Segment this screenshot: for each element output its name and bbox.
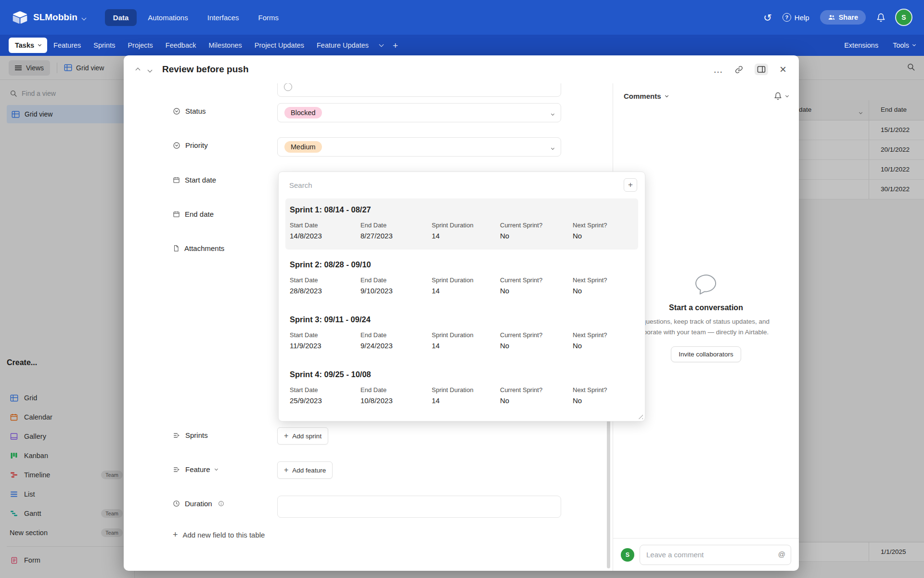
speech-bubble-icon <box>693 272 719 298</box>
field-label-sprints[interactable]: Sprints <box>173 431 208 439</box>
close-icon[interactable]: × <box>780 64 786 75</box>
sprint-option-4[interactable]: Sprint 4: 09/25 - 10/08 Start Date25/9/2… <box>285 363 638 414</box>
base-chevron-down-icon[interactable] <box>82 13 86 22</box>
attachment-file-icon <box>173 245 180 252</box>
priority-select[interactable]: Medium <box>277 137 561 157</box>
create-sprint-plus-button[interactable]: + <box>624 178 637 192</box>
more-tables-chevron-icon[interactable] <box>375 44 388 46</box>
add-feature-button[interactable]: + Add feature <box>277 461 333 479</box>
history-icon[interactable]: ↺ <box>763 13 772 23</box>
sprint-col-value: No <box>500 342 542 350</box>
field-label-duration[interactable]: Duration <box>173 499 224 508</box>
sprint-col-label: End Date <box>360 222 393 229</box>
nav-automations[interactable]: Automations <box>140 9 196 26</box>
invite-collaborators-button[interactable]: Invite collaborators <box>671 346 741 362</box>
field-label-priority[interactable]: Priority <box>173 141 208 149</box>
tools-chevron-icon <box>912 43 916 46</box>
field-label-text: End date <box>185 210 214 218</box>
tab-feature-updates[interactable]: Feature Updates <box>310 38 375 53</box>
user-avatar[interactable]: S <box>896 10 911 25</box>
sprint-option-1[interactable]: Sprint 1: 08/14 - 08/27 Start Date14/8/2… <box>285 198 638 250</box>
calendar-icon <box>173 210 180 218</box>
plus-icon: + <box>284 466 288 474</box>
info-icon[interactable] <box>218 500 224 507</box>
base-name[interactable]: SLMobbin <box>33 12 77 23</box>
field-label-status[interactable]: Status <box>173 107 206 115</box>
field-label-attachments[interactable]: Attachments <box>173 244 224 252</box>
sprint-col-label: End Date <box>360 386 393 394</box>
sprint-col-value: No <box>500 396 542 405</box>
tab-projects[interactable]: Projects <box>121 38 159 53</box>
nav-data[interactable]: Data <box>105 9 137 26</box>
tab-project-updates[interactable]: Project Updates <box>248 38 310 53</box>
comments-panel-toggle-icon[interactable] <box>755 64 768 75</box>
sprint-col-value: No <box>573 232 607 240</box>
add-new-field-button[interactable]: + Add new field to this table <box>173 530 265 540</box>
field-label-text: Status <box>185 107 206 115</box>
field-circle-icon <box>284 83 292 91</box>
sprint-col-value: 14 <box>432 342 474 350</box>
chevron-down-icon <box>215 467 218 470</box>
notifications-bell-icon[interactable] <box>876 13 886 22</box>
sprint-col-value: 14 <box>432 232 474 240</box>
more-options-icon[interactable]: … <box>713 67 723 71</box>
sprint-col-label: Current Sprint? <box>500 331 542 339</box>
airtable-logo-icon[interactable] <box>13 11 27 24</box>
people-icon <box>828 13 835 21</box>
tools-button[interactable]: Tools <box>893 41 915 49</box>
sprint-col-value: 8/27/2023 <box>360 232 393 240</box>
field-label-text: Attachments <box>184 244 224 252</box>
plus-icon: + <box>284 432 288 440</box>
nav-interfaces[interactable]: Interfaces <box>199 9 247 26</box>
extensions-button[interactable]: Extensions <box>844 41 878 49</box>
sprint-col-value: No <box>573 396 607 405</box>
add-table-icon[interactable]: + <box>388 41 403 50</box>
previous-record-button[interactable] <box>136 65 140 74</box>
field-label-start-date[interactable]: Start date <box>173 176 216 184</box>
sprint-col-label: Sprint Duration <box>432 276 474 284</box>
add-sprint-label: Add sprint <box>292 433 321 440</box>
nav-forms[interactable]: Forms <box>250 9 287 26</box>
sprint-col-value: 14 <box>432 287 474 295</box>
sprint-option-2[interactable]: Sprint 2: 08/28 - 09/10 Start Date28/8/2… <box>285 253 638 304</box>
sprint-col-label: Sprint Duration <box>432 386 474 394</box>
sprint-col-value: 9/10/2023 <box>360 287 393 295</box>
sprint-col-value: No <box>573 342 607 350</box>
sprint-search-input[interactable] <box>289 181 624 189</box>
add-sprint-button[interactable]: + Add sprint <box>277 427 328 445</box>
comments-notification-dropdown[interactable] <box>774 92 788 100</box>
sprint-col-label: Start Date <box>290 276 322 284</box>
add-field-label: Add new field to this table <box>183 531 265 539</box>
tools-label: Tools <box>893 41 909 49</box>
field-label-feature[interactable]: Feature <box>173 465 218 473</box>
tab-features[interactable]: Features <box>47 38 87 53</box>
tab-milestones[interactable]: Milestones <box>203 38 248 53</box>
field-label-text: Start date <box>185 176 216 184</box>
record-modal-header: Review before push … × <box>124 55 799 83</box>
sprint-col-value: 14/8/2023 <box>290 232 322 240</box>
sprint-col-value: 11/9/2023 <box>290 342 321 350</box>
field-label-text: Priority <box>185 141 208 149</box>
field-label-end-date[interactable]: End date <box>173 210 214 218</box>
duration-input[interactable] <box>277 496 561 518</box>
help-button[interactable]: ? Help <box>783 13 809 22</box>
status-select[interactable]: Blocked <box>277 103 561 122</box>
sprint-option-3[interactable]: Sprint 3: 09/11 - 09/24 Start Date11/9/2… <box>285 308 638 359</box>
share-button[interactable]: Share <box>820 10 866 25</box>
comments-filter-dropdown[interactable]: Comments <box>624 92 668 100</box>
record-modal: Review before push … × Status <box>124 55 799 571</box>
tab-tasks[interactable]: Tasks <box>9 38 47 53</box>
copy-link-icon[interactable] <box>735 66 743 74</box>
field-label-text: Duration <box>185 499 212 508</box>
comment-input[interactable] <box>640 545 791 565</box>
sprint-option-title: Sprint 4: 09/25 - 10/08 <box>290 370 371 379</box>
next-record-button[interactable] <box>148 65 152 74</box>
tab-sprints[interactable]: Sprints <box>87 38 121 53</box>
clipped-field-control[interactable] <box>277 83 561 97</box>
chevron-down-icon <box>665 93 668 97</box>
sprint-col-label: Current Sprint? <box>500 222 542 229</box>
sprint-col-value: No <box>573 287 607 295</box>
tab-feedback[interactable]: Feedback <box>159 38 203 53</box>
mention-at-icon[interactable]: @ <box>778 550 785 558</box>
vertical-scrollbar[interactable] <box>607 413 610 568</box>
